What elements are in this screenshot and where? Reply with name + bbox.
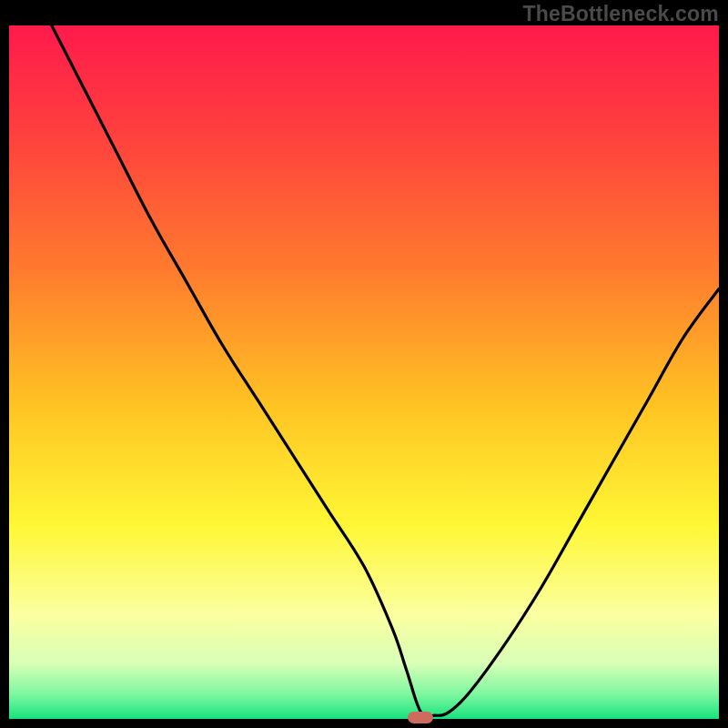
chart-wrapper: TheBottleneck.com: [0, 0, 728, 728]
watermark-text: TheBottleneck.com: [522, 2, 719, 26]
chart-stage: [9, 25, 719, 719]
bottleneck-chart: [9, 25, 719, 719]
gradient-backdrop: [9, 25, 719, 719]
optimal-marker-icon: [408, 712, 433, 723]
